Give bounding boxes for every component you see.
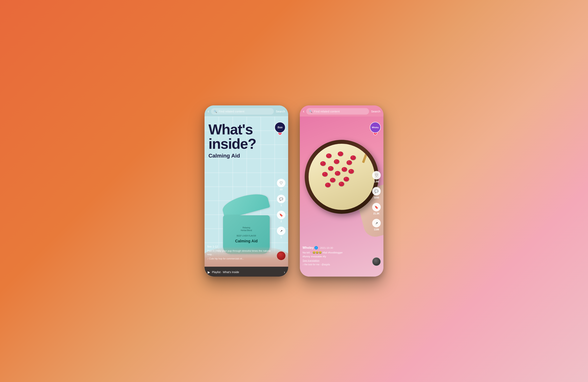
right-comment-button[interactable]: 💬 3250 bbox=[372, 187, 381, 199]
verified-badge: ✓ bbox=[315, 246, 318, 250]
like-button[interactable]: ♡ 23 bbox=[277, 179, 285, 191]
right-bottom-user-info: Wholey ✓ · 2021-10-30 Na toll... 😂😂😂 #fa… bbox=[303, 246, 370, 266]
share-count: 1 bbox=[281, 236, 282, 239]
left-search-bar[interactable]: 🔍 Find related content bbox=[211, 108, 274, 115]
right-search-icon: 🔍 bbox=[309, 110, 312, 113]
playlist-chevron: › bbox=[284, 270, 285, 274]
comment-icon: 💬 bbox=[277, 195, 285, 203]
right-like-button[interactable]: ♡ 1.5M bbox=[372, 171, 381, 183]
share-icon: ↗ bbox=[277, 227, 285, 235]
left-username-row: finn 1-12 bbox=[207, 245, 274, 248]
playlist-text: Playlist · What's Inside bbox=[212, 271, 282, 274]
right-bottom-avatar[interactable] bbox=[372, 257, 381, 266]
left-main-text: What's inside? Calming Aid bbox=[209, 122, 269, 159]
right-share-count: 1188 bbox=[374, 228, 379, 231]
right-bookmark-count: 21.3K bbox=[373, 212, 379, 215]
right-interaction-buttons: ♡ 1.5M 💬 3250 🔖 21.3K ↗ 1188 bbox=[372, 171, 381, 231]
left-search-placeholder: Find related content bbox=[219, 110, 244, 113]
right-video-content: Wholey + ♡ 1.5M 💬 3250 🔖 21.3K bbox=[300, 117, 383, 276]
right-username[interactable]: Wholey bbox=[303, 246, 314, 250]
right-username-row: Wholey ✓ · 2021-10-30 bbox=[303, 246, 370, 250]
share-button[interactable]: ↗ 1 bbox=[277, 227, 285, 239]
bowl-container bbox=[300, 126, 383, 227]
right-search-placeholder: Find related content bbox=[314, 110, 340, 113]
finn-avatar-circle: finn bbox=[274, 122, 285, 133]
left-bottom-avatar[interactable] bbox=[277, 252, 285, 260]
left-username[interactable]: finn bbox=[207, 245, 212, 248]
comment-button[interactable]: 💬 1 bbox=[277, 195, 285, 207]
product-name-label: Calming Aid bbox=[235, 239, 258, 243]
bowl-inner bbox=[309, 144, 375, 210]
phones-container: ‹ 🔍 Find related content Search What's i… bbox=[205, 106, 383, 276]
left-phone: ‹ 🔍 Find related content Search What's i… bbox=[205, 106, 288, 276]
berries-container bbox=[315, 149, 369, 204]
right-music: ♪ the bob for me - @aqyila bbox=[303, 263, 370, 266]
left-interaction-buttons: ♡ 23 💬 1 🔖 2 ↗ 1 bbox=[277, 179, 285, 239]
right-comment-icon: 💬 bbox=[372, 187, 381, 195]
product-area: RelaxingHerbal BlendBEEF LIVER FLAVOR Ca… bbox=[205, 172, 288, 254]
right-bookmark-button[interactable]: 🔖 21.3K bbox=[372, 203, 381, 215]
right-search-bar[interactable]: 🔍 Find related content bbox=[306, 108, 369, 115]
product-subtitle: Calming Aid bbox=[209, 153, 269, 159]
left-back-button[interactable]: ‹ bbox=[208, 109, 209, 114]
headline: What's inside? bbox=[209, 122, 269, 151]
like-count: 23 bbox=[280, 188, 282, 191]
right-phone: ‹ 🔍 Find related content Search bbox=[300, 106, 383, 276]
finn-avatar[interactable]: finn + bbox=[274, 122, 285, 135]
wholey-avatar[interactable]: Wholey + bbox=[370, 122, 381, 135]
wholey-avatar-circle: Wholey bbox=[370, 122, 381, 133]
right-heart-icon: ♡ bbox=[372, 171, 381, 180]
right-bookmark-icon: 🔖 bbox=[372, 203, 381, 212]
right-description: Na toll... 😂😂😂 #fail #foodblogger #funny… bbox=[303, 251, 370, 258]
right-share-button[interactable]: ↗ 1188 bbox=[372, 219, 381, 231]
comment-count: 1 bbox=[281, 204, 282, 207]
teal-lid bbox=[221, 190, 270, 219]
left-top-bar: ‹ 🔍 Find related content Search bbox=[205, 106, 288, 117]
heart-icon: ♡ bbox=[277, 179, 285, 187]
right-date: · 2021-10-30 bbox=[319, 246, 333, 249]
right-search-button[interactable]: Search bbox=[371, 110, 380, 113]
product-label-text: RelaxingHerbal BlendBEEF LIVER FLAVOR bbox=[237, 226, 256, 237]
right-top-bar: ‹ 🔍 Find related content Search bbox=[300, 106, 383, 117]
bowl-outer bbox=[305, 140, 378, 214]
playlist-icon: ▶ bbox=[208, 270, 210, 274]
left-description: Part 5 | Help your pup through stressful… bbox=[207, 249, 274, 256]
right-comment-count: 3250 bbox=[374, 196, 379, 199]
bookmark-count: 2 bbox=[281, 220, 282, 223]
left-video-content: What's inside? Calming Aid finn + Relaxi… bbox=[205, 117, 288, 276]
bookmark-icon: 🔖 bbox=[277, 211, 285, 219]
bookmark-button[interactable]: 🔖 2 bbox=[277, 211, 285, 223]
left-music: ♪ Cute hip hop for commercials et... bbox=[207, 257, 274, 260]
playlist-bar[interactable]: ▶ Playlist · What's Inside › bbox=[205, 267, 288, 276]
left-search-button[interactable]: Search bbox=[276, 110, 285, 113]
left-series: 1-12 bbox=[212, 245, 218, 248]
right-share-icon: ↗ bbox=[372, 219, 381, 227]
wholey-logo: Wholey bbox=[372, 127, 379, 128]
right-back-button[interactable]: ‹ bbox=[303, 109, 304, 114]
right-like-count: 1.5M bbox=[374, 180, 379, 183]
left-search-icon: 🔍 bbox=[214, 110, 217, 113]
finn-logo: finn bbox=[277, 126, 283, 129]
left-bottom-user-info: finn 1-12 Part 5 | Help your pup through… bbox=[207, 245, 274, 260]
right-see-translation[interactable]: See translation bbox=[303, 259, 370, 262]
